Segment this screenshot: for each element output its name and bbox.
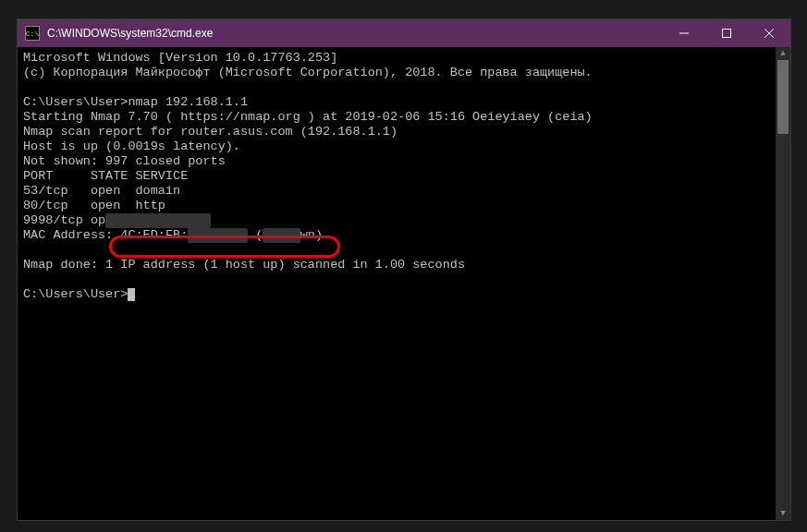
redacted-text: Unkno: [263, 228, 300, 243]
svg-rect-1: [723, 30, 731, 38]
mac-vendor-open: (: [248, 228, 263, 242]
output-line: PORT STATE SERVICE: [23, 169, 188, 183]
console-area: Microsoft Windows [Version 10.0.17763.25…: [18, 47, 790, 520]
scroll-up-arrow[interactable]: ▲: [776, 47, 790, 60]
mac-label: MAC Address:: [23, 228, 113, 242]
output-line: (c) Корпорация Майкрософт (Microsoft Cor…: [23, 66, 593, 79]
prompt: C:\Users\User>: [23, 95, 128, 109]
redacted-text: AA:BB:CC: [188, 228, 248, 243]
output-line: Not shown: 997 closed ports: [23, 154, 226, 168]
console-output[interactable]: Microsoft Windows [Version 10.0.17763.25…: [18, 47, 776, 520]
output-line: Nmap done: 1 IP address (1 host up) scan…: [23, 258, 465, 272]
output-line: 9998/tcp op: [23, 213, 105, 227]
scrollbar-thumb[interactable]: [777, 60, 789, 134]
cmd-icon: C:\: [25, 26, 40, 41]
window-title: C:\WINDOWS\system32\cmd.exe: [47, 27, 663, 40]
window-controls: [663, 19, 790, 47]
output-line: Starting Nmap 7.70 ( https://nmap.org ) …: [23, 110, 593, 124]
output-line: Host is up (0.0019s latency).: [23, 139, 240, 153]
output-line: 53/tcp open domain: [23, 184, 180, 198]
cmd-window: C:\ C:\WINDOWS\system32\cmd.exe Microsof…: [17, 18, 791, 521]
mac-vendor-close: wn): [300, 228, 323, 242]
output-line: 80/tcp open http: [23, 199, 165, 212]
output-line: Microsoft Windows [Version 10.0.17763.25…: [23, 51, 337, 65]
command-text: nmap 192.168.1.1: [128, 95, 248, 109]
maximize-button[interactable]: [705, 19, 748, 47]
titlebar[interactable]: C:\ C:\WINDOWS\system32\cmd.exe: [18, 19, 790, 47]
output-line: Nmap scan report for router.asus.com (19…: [23, 125, 397, 139]
close-button[interactable]: [748, 19, 790, 47]
scroll-down-arrow[interactable]: ▼: [776, 507, 790, 520]
redacted-text: en distinct32: [105, 213, 210, 228]
minimize-button[interactable]: [663, 19, 705, 47]
mac-value: 4C:ED:FB:: [113, 228, 188, 242]
cursor: [128, 288, 135, 301]
prompt: C:\Users\User>: [23, 287, 128, 301]
vertical-scrollbar[interactable]: ▲ ▼: [776, 47, 790, 520]
